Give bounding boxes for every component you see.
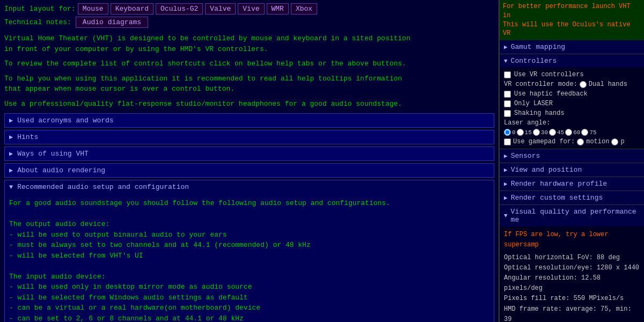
angle-45: 45 [549, 129, 564, 136]
view-position-arrow: ▶ [504, 166, 508, 173]
sensors-label: Sensors [511, 152, 540, 160]
angle-45-label: 45 [557, 129, 564, 136]
section-hints[interactable]: ▶ Hints [4, 130, 494, 144]
angle-0-radio[interactable] [504, 129, 511, 136]
laser-angle-label: Laser angle: [504, 119, 640, 127]
top-notice: For better performance launch VHT in Thi… [500, 0, 644, 40]
view-position-label: View and position [511, 166, 582, 174]
controllers-label: Controllers [511, 57, 557, 65]
laser-angle-radios: 0 15 30 45 6 [504, 129, 640, 136]
render-hardware-header[interactable]: ▶ Render hardware profile [500, 177, 644, 191]
visual-quality-header[interactable]: ▼ Visual quality and performance me [500, 205, 644, 226]
visual-quality-content: If FPS are low, try a lower supersamp Op… [500, 226, 644, 322]
section-view-position[interactable]: ▶ View and position [500, 163, 644, 177]
section-gamut[interactable]: ▶ Gamut mapping [500, 40, 644, 54]
use-vr-controllers-label: Use VR controllers [514, 71, 584, 78]
angle-15: 15 [517, 129, 532, 136]
section-hints-header[interactable]: ▶ Hints [5, 130, 494, 144]
section-recommended-label: Recommended audio setup and configuratio… [17, 183, 189, 191]
section-recommended[interactable]: ▼ Recommended audio setup and configurat… [4, 180, 494, 322]
section-recommended-content: For a good audio soundstage you should f… [5, 194, 494, 322]
input-layout-row: Input layout for: Mouse Keyboard Oculus-… [4, 3, 494, 14]
body-paragraph-2: To review the complete list of control s… [4, 58, 494, 69]
audio-diagrams-button[interactable]: Audio diagrams [76, 17, 148, 28]
p-radio[interactable] [611, 138, 618, 145]
use-vr-controllers-checkbox[interactable] [504, 71, 511, 78]
angle-60: 60 [565, 129, 580, 136]
input-layout-label: Input layout for: [4, 5, 76, 13]
section-acronyms-header[interactable]: ▶ Used acronyms and words [5, 114, 494, 127]
gamut-label: Gamut mapping [511, 43, 565, 51]
device-button-xbox[interactable]: Xbox [291, 3, 317, 14]
visual-quality-label: Visual quality and performance me [511, 208, 640, 224]
use-haptic-label: Use haptic feedback [514, 90, 588, 98]
render-custom-header[interactable]: ▶ Render custom settings [500, 191, 644, 204]
use-gamepad-row: Use gamepad for: motion p [504, 138, 640, 145]
use-vr-controllers-row: Use VR controllers [504, 71, 640, 78]
angle-60-radio[interactable] [565, 129, 572, 136]
laser-angle-section: Laser angle: 0 15 30 [504, 119, 640, 136]
device-button-oculus[interactable]: Oculus-G2 [156, 3, 203, 14]
section-ways-arrow: ▶ [9, 150, 13, 158]
use-gamepad-checkbox[interactable] [504, 138, 511, 145]
section-hints-arrow: ▶ [9, 133, 13, 141]
render-custom-label: Render custom settings [511, 194, 603, 202]
section-audio[interactable]: ▶ About audio rendering [4, 163, 494, 178]
dual-hands-radio[interactable] [580, 81, 587, 88]
vr-controller-mode-row: VR controller mode: Dual hands [504, 80, 640, 88]
device-button-vive[interactable]: Vive [238, 3, 264, 14]
section-audio-label: About audio rendering [17, 166, 105, 174]
section-acronyms[interactable]: ▶ Used acronyms and words [4, 113, 494, 128]
left-panel: Input layout for: Mouse Keyboard Oculus-… [0, 0, 499, 322]
only-laser-checkbox[interactable] [504, 100, 511, 107]
sensors-arrow: ▶ [504, 152, 508, 159]
use-gamepad-label: Use gamepad for: [513, 138, 575, 145]
section-render-hardware[interactable]: ▶ Render hardware profile [500, 177, 644, 191]
motion-label: motion [586, 138, 609, 145]
fps-warning: If FPS are low, try a lower supersamp [504, 230, 640, 250]
use-haptic-checkbox[interactable] [504, 91, 511, 98]
render-hardware-label: Render hardware profile [511, 180, 607, 188]
use-haptic-row: Use haptic feedback [504, 90, 640, 98]
device-button-keyboard[interactable]: Keyboard [111, 3, 153, 14]
section-visual-quality: ▼ Visual quality and performance me If F… [500, 205, 644, 322]
visual-quality-arrow: ▼ [504, 213, 508, 219]
controllers-content: Use VR controllers VR controller mode: D… [500, 68, 644, 149]
section-acronyms-label: Used acronyms and words [17, 116, 113, 125]
section-ways[interactable]: ▶ Ways of using VHT [4, 147, 494, 161]
angle-60-label: 60 [573, 129, 580, 136]
angle-30: 30 [533, 129, 548, 136]
only-laser-label: Only LASER [514, 100, 553, 107]
motion-radio[interactable] [577, 138, 584, 145]
view-position-header[interactable]: ▶ View and position [500, 163, 644, 177]
tech-notes-row: Technical notes: Audio diagrams [4, 17, 494, 28]
device-button-wmr[interactable]: WMR [267, 3, 289, 14]
body-paragraph-4: Use a professional/quality flat-response… [4, 99, 494, 109]
device-button-mouse[interactable]: Mouse [78, 3, 108, 14]
angle-30-radio[interactable] [533, 129, 540, 136]
section-render-custom[interactable]: ▶ Render custom settings [500, 191, 644, 205]
section-sensors[interactable]: ▶ Sensors [500, 149, 644, 163]
section-ways-header[interactable]: ▶ Ways of using VHT [5, 147, 494, 160]
pixels-fill: Pixels fill rate: 550 MPixels/s [504, 294, 640, 304]
angle-45-radio[interactable] [549, 129, 556, 136]
angle-75-radio[interactable] [581, 129, 588, 136]
device-button-valve[interactable]: Valve [205, 3, 236, 14]
tech-notes-label: Technical notes: [4, 18, 71, 26]
optical-res: Optical resolution/eye: 1280 x 1440 [504, 263, 640, 273]
hmd-frame-rate: HMD frame rate: average: 75, min: 39 [504, 304, 640, 323]
shaking-hands-row: Shaking hands [504, 109, 640, 117]
sensors-header[interactable]: ▶ Sensors [500, 149, 644, 163]
angle-15-radio[interactable] [517, 129, 524, 136]
only-laser-row: Only LASER [504, 100, 640, 107]
controllers-header[interactable]: ▼ Controllers [500, 54, 644, 68]
gamut-header[interactable]: ▶ Gamut mapping [500, 40, 644, 54]
angle-0: 0 [504, 129, 516, 136]
shaking-hands-checkbox[interactable] [504, 110, 511, 117]
angle-75: 75 [581, 129, 596, 136]
section-hints-label: Hints [17, 133, 38, 141]
optical-hfov: Optical horizontal FoV: 88 deg [504, 253, 640, 263]
angle-0-label: 0 [512, 129, 516, 136]
section-recommended-header[interactable]: ▼ Recommended audio setup and configurat… [5, 180, 494, 194]
section-audio-header[interactable]: ▶ About audio rendering [5, 164, 494, 177]
